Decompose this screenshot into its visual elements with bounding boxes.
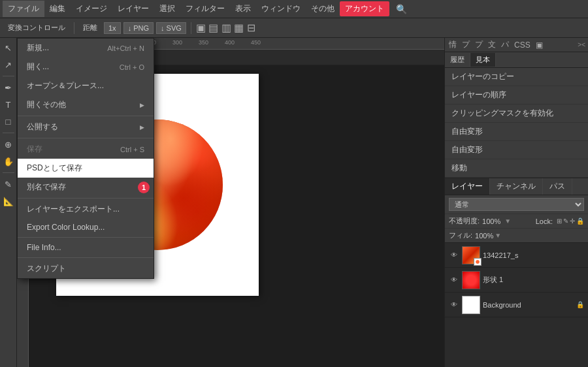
menu-file[interactable]: ファイル — [3, 1, 44, 17]
menu-item-open-place[interactable]: オープン＆プレース... — [18, 76, 154, 95]
panel-icon-css[interactable]: CSS — [513, 40, 532, 50]
history-swatches-tabs: 履歴 見本 — [445, 52, 588, 68]
menu-image[interactable]: イメージ — [71, 1, 112, 17]
expand-icon[interactable]: >< — [578, 41, 585, 48]
menu-item-export-layers-label: レイヤーをエクスポート... — [27, 204, 120, 215]
blend-mode-row: 通常 — [445, 195, 588, 214]
layer-visibility-shape[interactable]: 👁 — [449, 275, 459, 285]
layer-visibility-photo[interactable]: 👁 — [449, 250, 459, 261]
opacity-value[interactable]: 100% — [482, 217, 500, 225]
tool-select[interactable]: ↖ — [1, 40, 16, 55]
menu-item-open[interactable]: 開く... Ctrl + O — [18, 57, 154, 76]
layer-item-shape[interactable]: 👁 形状 1 — [445, 268, 588, 293]
tool-type[interactable]: T — [1, 97, 16, 112]
tool-pen[interactable]: ✒ — [1, 80, 16, 95]
layers-panel: レイヤー チャンネル パス 通常 不透明度: 100% ▼ Lock: ⊞ ✎ — [445, 178, 588, 367]
menu-item-open-place-label: オープン＆プレース... — [27, 80, 104, 91]
tab-layers[interactable]: レイヤー — [445, 178, 490, 195]
panel-icon-props[interactable]: プ — [461, 39, 471, 51]
opacity-row: 不透明度: 100% ▼ Lock: ⊞ ✎ ✛ 🔒 — [445, 214, 588, 229]
tool-shape[interactable]: □ — [1, 114, 16, 129]
panel-icon-props2[interactable]: プ — [474, 39, 484, 51]
layer-thumb-bg — [462, 296, 480, 314]
fill-dropdown[interactable]: ▼ — [495, 232, 501, 239]
layer-mask-circle-photo — [475, 259, 480, 264]
search-icon[interactable]: 🔍 — [392, 1, 411, 17]
opacity-label: 不透明度: — [449, 216, 480, 226]
menu-item-scripts[interactable]: スクリプト — [18, 259, 154, 278]
menu-item-publish[interactable]: 公開する — [18, 118, 154, 136]
panel-icon-info[interactable]: 情 — [448, 39, 458, 51]
layer-visibility-bg[interactable]: 👁 — [449, 300, 459, 310]
layer-item-photo[interactable]: 👁 1342217_s — [445, 243, 588, 268]
blend-mode-select[interactable]: 通常 — [449, 198, 584, 211]
menu-sep-1 — [18, 116, 154, 116]
menu-item-save-as[interactable]: 別名で保存 1 — [18, 178, 154, 197]
menu-sep-4 — [18, 237, 154, 238]
tool-zoom[interactable]: ⊕ — [1, 137, 16, 152]
menu-item-save-shortcut: Ctrl + S — [120, 146, 144, 153]
lock-paint[interactable]: ✎ — [563, 217, 568, 225]
fill-label: フィル: — [449, 231, 472, 240]
layer-thumb-shape — [462, 271, 480, 289]
menu-filter[interactable]: フィルター — [180, 1, 230, 17]
menu-item-new[interactable]: 新規... Alt+Ctrl + N — [18, 39, 154, 57]
toolbar-png[interactable]: ↓ PNG — [123, 22, 154, 34]
tool-sep-2 — [3, 133, 14, 133]
tab-swatches[interactable]: 見本 — [470, 53, 496, 67]
menu-account[interactable]: アカウント — [340, 1, 389, 16]
lock-checkerboard[interactable]: ⊞ — [557, 217, 562, 225]
menu-layer[interactable]: レイヤー — [112, 1, 154, 17]
layer-item-bg[interactable]: 👁 Background 🔒 — [445, 293, 588, 317]
menu-item-publish-label: 公開する — [27, 121, 58, 133]
tab-paths[interactable]: パス — [543, 178, 572, 195]
opacity-dropdown[interactable]: ▼ — [504, 217, 511, 225]
context-free-transform1[interactable]: 自由変形 — [445, 123, 588, 141]
toolbar-distance: 距離 — [79, 21, 101, 35]
menu-item-new-label: 新規... — [27, 42, 49, 54]
menu-item-export-color[interactable]: Export Color Lookup... — [18, 219, 154, 236]
menu-item-open-other[interactable]: 開くその他 — [18, 95, 154, 114]
panel-icon-img[interactable]: ▣ — [534, 40, 544, 50]
context-clipping-mask[interactable]: クリッピングマスクを有効化 — [445, 104, 588, 123]
tool-measure[interactable]: 📐 — [1, 194, 16, 208]
tool-eyedropper[interactable]: ✎ — [1, 177, 16, 191]
toolbar-zoom[interactable]: 1x — [104, 22, 121, 34]
layer-thumb-mask-photo — [474, 258, 482, 266]
menu-view[interactable]: 表示 — [230, 1, 256, 17]
menu-select[interactable]: 選択 — [154, 1, 180, 17]
fill-value[interactable]: 100% — [475, 232, 493, 240]
lock-position[interactable]: ✛ — [570, 217, 575, 225]
layer-name-photo: 1342217_s — [483, 251, 584, 259]
toolbar-controls: 変換コントロール — [4, 21, 69, 35]
tab-channels[interactable]: チャンネル — [490, 178, 543, 195]
toolbar-svg[interactable]: ↓ SVG — [156, 22, 186, 34]
layer-lock-bg: 🔒 — [576, 301, 584, 308]
menu-window[interactable]: ウィンドウ — [256, 1, 306, 17]
menu-other[interactable]: その他 — [306, 1, 340, 17]
menu-item-open-label: 開く... — [27, 61, 49, 72]
context-copy-layer[interactable]: レイヤーのコピー — [445, 68, 588, 86]
panel-icon-para[interactable]: パ — [500, 39, 510, 51]
tab-history[interactable]: 履歴 — [445, 53, 470, 67]
menu-item-file-info[interactable]: File Info... — [18, 239, 154, 256]
context-move[interactable]: 移動 — [445, 159, 588, 178]
ruler-tick-300: 300 — [172, 39, 182, 46]
tool-direct-select[interactable]: ↗ — [1, 57, 16, 72]
panel-icon-text[interactable]: 文 — [487, 39, 497, 51]
menu-edit[interactable]: 編集 — [44, 1, 71, 17]
menu-item-export-color-label: Export Color Lookup... — [27, 223, 105, 232]
context-free-transform2[interactable]: 自由変形 — [445, 141, 588, 159]
menu-item-save-psd[interactable]: PSDとして保存 — [18, 159, 154, 178]
menu-item-export-layers[interactable]: レイヤーをエクスポート... — [18, 200, 154, 219]
menu-item-save-label: 保存 — [27, 144, 42, 155]
file-dropdown-menu: 新規... Alt+Ctrl + N 開く... Ctrl + O オープン＆プ… — [17, 38, 154, 279]
tool-hand[interactable]: ✋ — [1, 154, 16, 168]
menu-sep-2 — [18, 138, 154, 138]
context-menu-list: レイヤーのコピー レイヤーの順序 クリッピングマスクを有効化 自由変形 自由変形… — [445, 68, 588, 178]
menu-item-new-shortcut: Alt+Ctrl + N — [107, 44, 144, 52]
context-layer-order[interactable]: レイヤーの順序 — [445, 86, 588, 104]
toolbar: 変換コントロール 距離 1x ↓ PNG ↓ SVG ▣ ▤ ▥ ▦ ⊟ — [0, 18, 588, 38]
lock-all[interactable]: 🔒 — [576, 217, 584, 225]
ruler-tick-450: 450 — [251, 39, 261, 46]
